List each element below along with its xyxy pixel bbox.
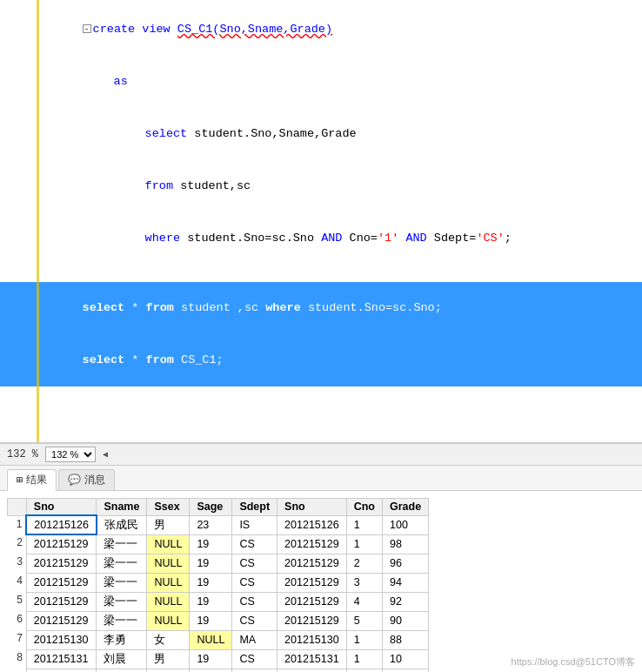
table-row: 6201215129梁一一NULL19CS201215129590 (8, 611, 429, 630)
table-cell: 201215126 (278, 515, 347, 534)
table-cell: 女 (147, 630, 190, 649)
table-cell: 张成民 (97, 515, 147, 534)
row-number: 5 (8, 592, 27, 611)
table-cell: 201215130 (278, 630, 347, 649)
table-row: 1201215126张成民男23IS2012151261100 (8, 515, 429, 534)
table-cell: 19 (190, 554, 232, 573)
row-number: 7 (8, 630, 27, 649)
line-content-2: as (40, 56, 639, 108)
col-header-empty (8, 499, 27, 516)
table-cell: 刘晨 (97, 669, 147, 672)
table-row: 9201215131刘晨男19CS201215131277 (8, 669, 429, 672)
table-cell: 201215129 (26, 611, 97, 630)
table-cell: 1 (346, 534, 382, 554)
table-cell: NULL (147, 611, 190, 630)
editor-line-2: as (0, 56, 642, 108)
tab-results[interactable]: ⊞ 结果 (7, 469, 57, 491)
table-cell: 201215129 (26, 592, 97, 611)
table-cell: 19 (190, 669, 232, 672)
table-cell: 201215131 (278, 649, 347, 669)
table-cell: 1 (346, 649, 382, 669)
table-row: 8201215131刘晨男19CS201215131110 (8, 649, 429, 669)
table-cell: NULL (147, 554, 190, 573)
table-cell: 94 (383, 573, 429, 592)
editor-line-empty (0, 265, 642, 282)
table-cell: 88 (383, 630, 429, 649)
line-content-3: select student.Sno,Sname,Grade (40, 108, 639, 160)
table-cell: 96 (383, 554, 429, 573)
table-cell: 梁一一 (97, 573, 147, 592)
table-cell: CS (232, 669, 278, 672)
table-cell: NULL (147, 573, 190, 592)
table-cell: 5 (346, 611, 382, 630)
table-cell: 4 (346, 592, 382, 611)
table-cell: 19 (190, 592, 232, 611)
col-header-ssex: Ssex (147, 499, 190, 516)
table-cell: 201215129 (278, 611, 347, 630)
table1-header-row: Sno Sname Ssex Sage Sdept Sno Cno Grade (8, 499, 429, 516)
editor-line-4: from student,sc (0, 160, 642, 212)
editor-line-ex2 (0, 404, 642, 421)
editor-line-ex1 (0, 386, 642, 404)
row-number: 1 (8, 515, 27, 534)
table-cell: 201215129 (278, 534, 347, 554)
line-content-4: from student,sc (40, 160, 639, 212)
table-cell: CS (232, 554, 278, 573)
table-cell: 男 (147, 669, 190, 672)
table-cell: 19 (190, 573, 232, 592)
table-cell: 92 (383, 592, 429, 611)
table-cell: NULL (190, 630, 232, 649)
table-cell: 201215129 (278, 554, 347, 573)
table-cell: NULL (147, 592, 190, 611)
table-row: 7201215130李勇女NULLMA201215130188 (8, 630, 429, 649)
line-content-e (40, 265, 639, 282)
table-cell: 201215131 (278, 669, 347, 672)
table-cell: 90 (383, 611, 429, 630)
zoom-select[interactable]: 132 % 100 % 75 % (45, 447, 96, 462)
yellow-bar (37, 0, 39, 442)
row-number: 3 (8, 554, 27, 573)
table-cell: 男 (147, 515, 190, 534)
editor-area: -create view CS_C1(Sno,Sname,Grade) as s… (0, 0, 642, 443)
scroll-left-icon[interactable]: ◀ (101, 449, 110, 460)
table-cell: CS (232, 534, 278, 554)
col-header-sdept: Sdept (232, 499, 278, 516)
table-cell: 梁一一 (97, 611, 147, 630)
tab-messages[interactable]: 💬 消息 (58, 469, 115, 490)
editor-line-3: select student.Sno,Sname,Grade (0, 108, 642, 160)
table-cell: 98 (383, 534, 429, 554)
table-row: 5201215129梁一一NULL19CS201215129492 (8, 592, 429, 611)
table-cell: MA (232, 630, 278, 649)
line-content-5: where student.Sno=sc.Sno AND Cno='1' AND… (40, 212, 639, 265)
collapse-icon[interactable]: - (83, 24, 91, 33)
table-cell: 19 (190, 611, 232, 630)
col-header-sno2: Sno (278, 499, 347, 516)
row-number: 2 (8, 534, 27, 554)
editor-line-1: -create view CS_C1(Sno,Sname,Grade) (0, 3, 642, 56)
zoom-label: 132 % (7, 448, 38, 460)
line-content-s2: select * from CS_C1; (40, 334, 639, 386)
col-header-grade: Grade (383, 499, 429, 516)
table-cell: CS (232, 592, 278, 611)
table-cell: 男 (147, 649, 190, 669)
bottom-toolbar: 132 % 132 % 100 % 75 % ◀ (0, 443, 642, 466)
tab-results-label: 结果 (26, 473, 47, 487)
table-cell: 23 (190, 515, 232, 534)
editor-line-selected-1: select * from student ,sc where student.… (0, 282, 642, 334)
table-cell: IS (232, 515, 278, 534)
table-cell: 1 (346, 630, 382, 649)
table-cell: 100 (383, 515, 429, 534)
table-cell: 梁一一 (97, 592, 147, 611)
editor-line-5: where student.Sno=sc.Sno AND Cno='1' AND… (0, 212, 642, 265)
table-cell: 1 (346, 515, 382, 534)
col-header-sname: Sname (97, 499, 147, 516)
col-header-sno: Sno (26, 499, 97, 516)
msg-icon: 💬 (68, 474, 81, 487)
line-content: -create view CS_C1(Sno,Sname,Grade) (40, 3, 639, 56)
table-cell: 201215129 (26, 573, 97, 592)
grid-icon: ⊞ (17, 474, 23, 487)
table-cell: 201215129 (278, 592, 347, 611)
col-header-cno: Cno (346, 499, 382, 516)
table-row: 3201215129梁一一NULL19CS201215129296 (8, 554, 429, 573)
table-cell: NULL (147, 534, 190, 554)
